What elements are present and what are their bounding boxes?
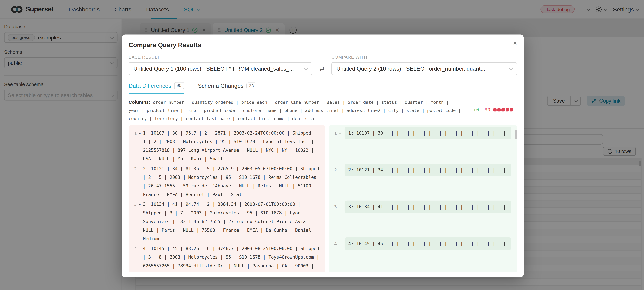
line-number: 1 [129, 129, 137, 137]
chevron-down-icon [509, 67, 513, 70]
diff-sign: - [137, 200, 143, 208]
diff-scrollbar[interactable] [515, 130, 517, 139]
diff-sign: + [337, 165, 343, 174]
diff-density-squares [493, 108, 513, 111]
line-number: 2 [330, 165, 337, 174]
columns-list: order_number | quantity_ordered | price_… [128, 100, 461, 121]
modal-tabs: Data Differences 90 Schema Changes 23 [128, 82, 517, 94]
compare-with-label: COMPARE WITH [332, 55, 517, 59]
swap-queries-button[interactable]: ⇄ [312, 65, 332, 75]
line-number: 1 [330, 129, 337, 137]
diff-row: 1 - 1: 10107 | 30 | 95.7 | 2 | 2871 | 20… [129, 129, 325, 163]
diff-text: 1: 10107 | 30 | | | | | | | | | | | | | … [348, 130, 506, 136]
base-result-value: Untitled Query 1 (100 rows) - SELECT * F… [134, 66, 294, 72]
diff-text: 4: 10145 | 45 | | | | | | | | | | | | | … [348, 241, 506, 246]
compare-with-select[interactable]: Untitled Query 2 (10 rows) - SELECT orde… [332, 62, 517, 75]
removed-count: -90 [482, 107, 490, 113]
compare-query-results-modal: Compare Query Results × BASE RESULT Unti… [122, 34, 524, 277]
diff-sign: + [337, 129, 343, 137]
diff-text: 2: 10121 | 34 | 81.35 | 5 | 2765.9 | 200… [143, 164, 325, 199]
diff-sign: - [137, 129, 143, 137]
modal-title: Compare Query Results [128, 41, 517, 49]
base-result-label: BASE RESULT [128, 55, 312, 59]
diff-row: 3 - 3: 10134 | 41 | 94.74 | 2 | 3884.34 … [129, 200, 325, 243]
diff-row: 3 + 3: 10134 | 41 | | | | | | | | | | | … [330, 202, 512, 238]
superset-sql-lab: Superset Dashboards Charts Datasets SQL … [0, 0, 644, 290]
diff-text: 1: 10107 | 30 | 95.7 | 2 | 2871 | 2003-0… [143, 129, 325, 163]
tab-data-differences[interactable]: Data Differences 90 [128, 82, 184, 94]
line-number: 3 [330, 202, 337, 211]
diff-text: 2: 10121 | 34 | | | | | | | | | | | | | … [348, 167, 506, 173]
line-number: 4 [330, 239, 337, 248]
diff-summary: +0 -90 [473, 107, 513, 113]
diff-sign: + [337, 239, 343, 248]
diff-row: 2 + 2: 10121 | 34 | | | | | | | | | | | … [330, 165, 512, 201]
data-differences-count: 90 [174, 82, 184, 89]
tab-data-differences-label: Data Differences [128, 82, 171, 89]
line-number: 2 [129, 164, 137, 173]
diff-text: 4: 10145 | 45 | 83.26 | 6 | 3746.7 | 200… [143, 244, 325, 272]
tab-schema-changes[interactable]: Schema Changes 23 [198, 82, 256, 94]
base-result-select[interactable]: Untitled Query 1 (100 rows) - SELECT * F… [128, 62, 312, 75]
diff-sign: + [337, 202, 343, 211]
line-number: 4 [129, 244, 137, 253]
diff-sign: - [137, 244, 143, 253]
diff-sign: - [137, 164, 143, 173]
chevron-down-icon [304, 67, 308, 70]
line-number: 3 [129, 200, 137, 208]
schema-changes-count: 23 [246, 82, 256, 89]
close-modal-icon[interactable]: × [513, 40, 517, 47]
query-pickers-row: BASE RESULT Untitled Query 1 (100 rows) … [128, 55, 517, 75]
diff-text: 3: 10134 | 41 | 94.74 | 2 | 3884.34 | 20… [143, 200, 325, 243]
diff-pane-removed: 1 - 1: 10107 | 30 | 95.7 | 2 | 2871 | 20… [128, 125, 325, 272]
columns-header: Columns: order_number | quantity_ordered… [128, 98, 517, 123]
diff-text: 3: 10134 | 41 | | | | | | | | | | | | | … [348, 204, 506, 209]
added-count: +0 [473, 107, 479, 113]
diff-pane-added: 1 + 1: 10107 | 30 | | | | | | | | | | | … [328, 125, 517, 272]
diff-row: 4 - 4: 10145 | 45 | 83.26 | 6 | 3746.7 |… [129, 244, 325, 272]
tab-schema-changes-label: Schema Changes [198, 83, 244, 89]
compare-with-value: Untitled Query 2 (10 rows) - SELECT orde… [336, 66, 485, 72]
diff-row: 2 - 2: 10121 | 34 | 81.35 | 5 | 2765.9 |… [129, 164, 325, 199]
diff-row: 4 + 4: 10145 | 45 | | | | | | | | | | | … [330, 239, 512, 272]
columns-prefix: Columns: [128, 100, 150, 104]
diff-row: 1 + 1: 10107 | 30 | | | | | | | | | | | … [330, 129, 512, 164]
diff-view: 1 - 1: 10107 | 30 | 95.7 | 2 | 2871 | 20… [128, 125, 517, 272]
